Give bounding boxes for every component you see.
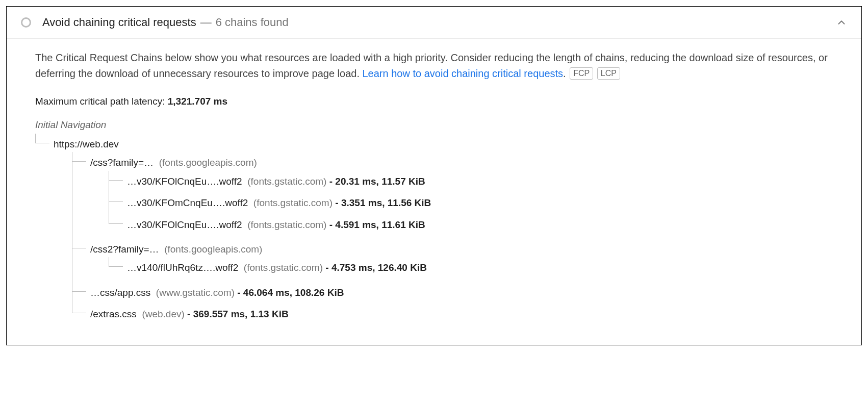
chain-node-stats: - 4.591 ms, 11.61 KiB xyxy=(329,219,425,230)
chain-node: /css?family=… (fonts.googleapis.com)…v30… xyxy=(72,152,833,239)
chain-node-path: …v30/KFOlCnqEu….woff2 xyxy=(127,219,242,230)
learn-more-link[interactable]: Learn how to avoid chaining critical req… xyxy=(363,68,564,79)
chain-node-path: …v30/KFOlCnqEu….woff2 xyxy=(127,176,242,187)
max-latency-value: 1,321.707 ms xyxy=(168,96,227,107)
chain-node-path: …v30/KFOmCnqEu….woff2 xyxy=(127,197,248,208)
chain-node-origin: (fonts.gstatic.com) xyxy=(247,219,326,230)
chain-node-stats: - 20.31 ms, 11.57 KiB xyxy=(329,176,425,187)
chain-node-row: …css/app.css (www.gstatic.com) - 46.064 … xyxy=(90,287,344,298)
initial-navigation-label: Initial Navigation xyxy=(35,119,833,131)
chain-node-path: …css/app.css xyxy=(90,287,150,298)
period: . xyxy=(563,68,566,79)
chain-node-path: …v140/flUhRq6tz….woff2 xyxy=(127,262,238,273)
chain-node: /extras.css (web.dev) - 369.557 ms, 1.13… xyxy=(72,304,833,325)
chain-node: https://web.dev/css?family=… (fonts.goog… xyxy=(35,134,833,329)
chain-children: …v140/flUhRq6tz….woff2 (fonts.gstatic.co… xyxy=(96,257,833,279)
chain-node-path: /css?family=… xyxy=(90,157,154,168)
chain-node-row: …v30/KFOlCnqEu….woff2 (fonts.gstatic.com… xyxy=(127,176,425,187)
chain-node-stats: - 369.557 ms, 1.13 KiB xyxy=(187,309,289,319)
chain-node-row: …v30/KFOmCnqEu….woff2 (fonts.gstatic.com… xyxy=(127,197,431,208)
chain-node-origin: (fonts.gstatic.com) xyxy=(247,176,326,187)
chain-node-origin: (fonts.googleapis.com) xyxy=(159,157,257,168)
chain-node: …v140/flUhRq6tz….woff2 (fonts.gstatic.co… xyxy=(109,257,833,279)
chain-node: …v30/KFOlCnqEu….woff2 (fonts.gstatic.com… xyxy=(109,171,833,192)
status-circle-icon xyxy=(21,17,31,28)
metric-badge-fcp: FCP xyxy=(570,67,593,80)
chain-node-origin: (fonts.gstatic.com) xyxy=(244,262,323,273)
tree-root-list: https://web.dev/css?family=… (fonts.goog… xyxy=(35,134,833,329)
chain-node-row: /css?family=… (fonts.googleapis.com) xyxy=(90,157,257,168)
audit-title-separator: — xyxy=(200,16,212,29)
chain-node-origin: (fonts.gstatic.com) xyxy=(253,197,333,208)
chain-node-row: …v140/flUhRq6tz….woff2 (fonts.gstatic.co… xyxy=(127,262,427,273)
chain-children: …v30/KFOlCnqEu….woff2 (fonts.gstatic.com… xyxy=(96,171,833,236)
audit-title: Avoid chaining critical requests xyxy=(42,16,196,29)
max-latency-line: Maximum critical path latency: 1,321.707… xyxy=(35,96,833,107)
audit-body: The Critical Request Chains below show y… xyxy=(7,39,861,345)
chain-node-path: https://web.dev xyxy=(54,139,119,149)
chain-node-stats: - 3.351 ms, 11.56 KiB xyxy=(335,197,431,208)
request-chain-tree: Initial Navigation https://web.dev/css?f… xyxy=(35,119,833,329)
chain-node: …v30/KFOlCnqEu….woff2 (fonts.gstatic.com… xyxy=(109,214,833,236)
chain-node-row: …v30/KFOlCnqEu….woff2 (fonts.gstatic.com… xyxy=(127,219,425,230)
chain-node-row: /css2?family=… (fonts.googleapis.com) xyxy=(90,244,262,255)
audit-card: Avoid chaining critical requests — 6 cha… xyxy=(6,6,862,345)
audit-summary: 6 chains found xyxy=(216,16,289,29)
chain-node-origin: (web.dev) xyxy=(142,309,184,319)
chain-node-row: /extras.css (web.dev) - 369.557 ms, 1.13… xyxy=(90,309,289,319)
chain-node: …css/app.css (www.gstatic.com) - 46.064 … xyxy=(72,282,833,304)
chain-node-origin: (fonts.googleapis.com) xyxy=(164,244,262,255)
chain-node-stats: - 46.064 ms, 108.26 KiB xyxy=(237,287,344,298)
chain-node-origin: (www.gstatic.com) xyxy=(156,287,235,298)
chain-node-stats: - 4.753 ms, 126.40 KiB xyxy=(325,262,427,273)
chain-node: …v30/KFOmCnqEu….woff2 (fonts.gstatic.com… xyxy=(109,192,833,214)
metric-badge-lcp: LCP xyxy=(597,67,620,80)
audit-description: The Critical Request Chains below show y… xyxy=(35,50,833,82)
chain-node: /css2?family=… (fonts.googleapis.com)…v1… xyxy=(72,239,833,282)
max-latency-label: Maximum critical path latency: xyxy=(35,96,168,107)
chain-children: /css?family=… (fonts.googleapis.com)…v30… xyxy=(60,152,833,325)
chevron-up-icon[interactable] xyxy=(836,17,847,28)
chain-node-row: https://web.dev xyxy=(54,139,119,149)
audit-header[interactable]: Avoid chaining critical requests — 6 cha… xyxy=(7,7,861,39)
chain-node-path: /extras.css xyxy=(90,309,137,319)
chain-node-path: /css2?family=… xyxy=(90,244,159,255)
